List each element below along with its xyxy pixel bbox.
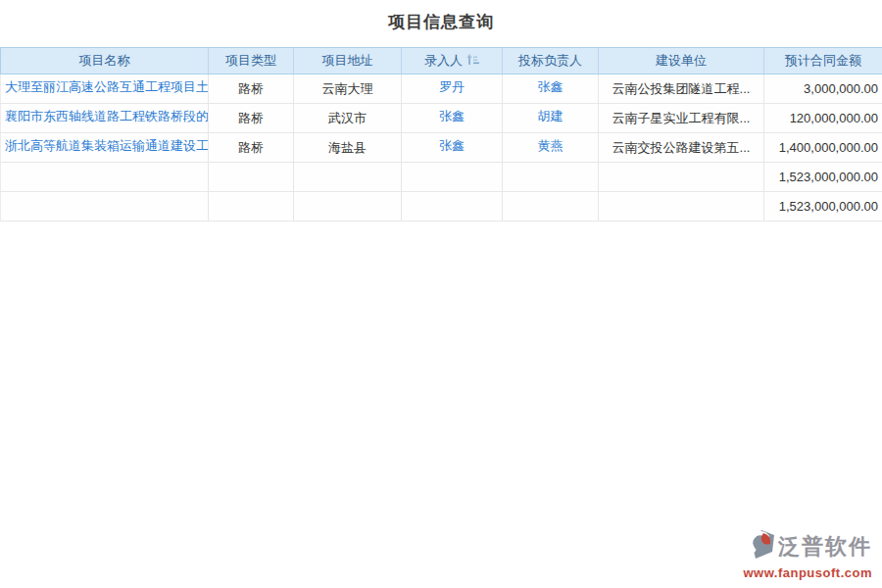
column-header-bid-manager: 投标负责人	[503, 48, 599, 74]
column-header-project-address: 项目地址	[294, 48, 402, 74]
cell-contract-amount: 120,000,000.00	[764, 104, 882, 133]
page-title: 项目信息查询	[0, 11, 882, 33]
cell-empty	[599, 163, 764, 192]
cell-empty	[599, 192, 764, 221]
fanpu-brand-text: 泛普软件	[778, 535, 872, 559]
cell-project-type: 路桥	[209, 74, 294, 104]
column-header-entered-by[interactable]: 录入人	[402, 48, 503, 74]
cell-project-name: 浙北高等航道集装箱运输通道建设工	[1, 133, 209, 163]
column-header-project-type: 项目类型	[209, 48, 294, 74]
cell-project-name: 大理至丽江高速公路互通工程项目土	[1, 74, 209, 104]
table-row: 浙北高等航道集装箱运输通道建设工 路桥 海盐县 张鑫 黄燕 云南交投公路建设第五…	[1, 133, 882, 163]
cell-construction-unit: 云南公投集团隧道工程...	[599, 74, 764, 104]
cell-entered-by: 罗丹	[402, 74, 503, 104]
table-row: 襄阳市东西轴线道路工程铁路桥段的 路桥 武汉市 张鑫 胡建 云南子星实业工程有限…	[1, 104, 882, 133]
project-name-link[interactable]: 襄阳市东西轴线道路工程铁路桥段的	[5, 108, 208, 125]
cell-empty	[294, 163, 402, 192]
cell-empty	[402, 192, 503, 221]
bid-manager-link[interactable]: 张鑫	[538, 78, 564, 96]
cell-empty	[503, 192, 599, 221]
table-header-row: 项目名称 项目类型 项目地址 录入人 投标负责人 建设单位 预计合同金额	[1, 48, 882, 74]
total-amount: 1,523,000,000.00	[764, 192, 882, 221]
cell-empty	[1, 192, 209, 221]
column-header-construction-unit: 建设单位	[599, 48, 764, 74]
cell-empty	[503, 163, 599, 192]
cell-project-address: 武汉市	[294, 104, 402, 133]
cell-project-type: 路桥	[209, 133, 294, 163]
vendor-watermark: 泛普软件 www.fanpusoft.com	[743, 528, 872, 580]
cell-empty	[294, 192, 402, 221]
sort-ascending-icon[interactable]	[466, 54, 479, 69]
cell-project-address: 云南大理	[294, 74, 402, 104]
cell-bid-manager: 胡建	[503, 104, 599, 133]
project-name-link[interactable]: 大理至丽江高速公路互通工程项目土	[5, 78, 208, 96]
project-query-table: 项目名称 项目类型 项目地址 录入人 投标负责人 建设单位 预计合同金额 大理	[0, 47, 882, 221]
entered-by-link[interactable]: 罗丹	[439, 78, 465, 96]
cell-contract-amount: 1,400,000,000.00	[764, 133, 882, 163]
fanpu-logo-icon	[747, 528, 776, 564]
subtotal-row: 1,523,000,000.00	[1, 163, 882, 192]
cell-empty	[209, 163, 294, 192]
cell-entered-by: 张鑫	[402, 104, 503, 133]
cell-bid-manager: 张鑫	[503, 74, 599, 104]
total-row: 1,523,000,000.00	[1, 192, 882, 221]
cell-project-name: 襄阳市东西轴线道路工程铁路桥段的	[1, 104, 209, 133]
bid-manager-link[interactable]: 黄燕	[538, 137, 564, 155]
cell-construction-unit: 云南交投公路建设第五...	[599, 133, 764, 163]
bid-manager-link[interactable]: 胡建	[538, 108, 564, 125]
table-row: 大理至丽江高速公路互通工程项目土 路桥 云南大理 罗丹 张鑫 云南公投集团隧道工…	[1, 74, 882, 104]
column-header-contract-amount: 预计合同金额	[764, 48, 882, 74]
cell-empty	[209, 192, 294, 221]
cell-empty	[1, 163, 209, 192]
entered-by-link[interactable]: 张鑫	[439, 137, 465, 155]
fanpu-website-text: www.fanpusoft.com	[743, 565, 872, 580]
cell-construction-unit: 云南子星实业工程有限...	[599, 104, 764, 133]
subtotal-amount: 1,523,000,000.00	[764, 163, 882, 192]
cell-contract-amount: 3,000,000.00	[764, 74, 882, 104]
cell-empty	[402, 163, 503, 192]
column-header-project-name: 项目名称	[1, 48, 209, 74]
cell-entered-by: 张鑫	[402, 133, 503, 163]
project-name-link[interactable]: 浙北高等航道集装箱运输通道建设工	[5, 137, 208, 155]
cell-bid-manager: 黄燕	[503, 133, 599, 163]
cell-project-type: 路桥	[209, 104, 294, 133]
cell-project-address: 海盐县	[294, 133, 402, 163]
entered-by-link[interactable]: 张鑫	[439, 108, 465, 125]
